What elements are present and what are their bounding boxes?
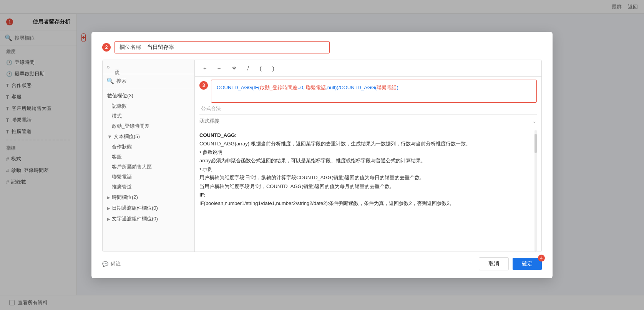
tree-item-launch-diff[interactable]: 啟動_登錄時間差	[103, 121, 194, 131]
formula-panel: + − ∗ / ( ) 3 COUNTD_AGG(IF(啟動_登錄時間差=0, …	[195, 60, 541, 252]
confirm-label: 確定	[522, 260, 533, 267]
panel-header: » 函式	[103, 60, 194, 74]
op-multiply[interactable]: ∗	[229, 64, 239, 72]
step2-badge: 2	[102, 43, 111, 52]
def-bullet2: • 示例	[199, 166, 212, 172]
scrollbar-track	[534, 130, 537, 252]
expand-icon[interactable]: »	[106, 63, 110, 70]
tree-category-num: 數值欄位(3)	[103, 90, 194, 101]
def-example2: 当用户横轴为维度字段'月'时，COUNTD_AGG(销量)返回的值为每月的销量的…	[199, 183, 395, 189]
field-name-box: 欄位名稱	[115, 41, 330, 53]
collapse-icon: ▶	[107, 195, 110, 200]
formula-field1: 啟動_登錄時間差	[260, 85, 297, 90]
step3-badge: 3	[199, 81, 208, 90]
op-divide[interactable]: /	[245, 64, 251, 72]
def-content2: array必须为非聚合函数公式返回的结果，可以是某指标字段、维度或指标字段与普通…	[199, 158, 426, 163]
tree-item-coop[interactable]: 合作狀態	[103, 142, 194, 152]
collapse-icon: ▶	[107, 217, 110, 221]
tree-category-time-label: 時間欄位(2)	[112, 194, 138, 201]
field-list-panel: » 函式 🔍 數值欄位(3) 記錄數 模式 啟動_登錄時間差 ▼ 文本欄位(5)…	[103, 60, 195, 252]
field-name-label: 欄位名稱	[120, 44, 141, 51]
definition-header: 函式釋義 ⌄	[199, 115, 537, 128]
op-minus[interactable]: −	[215, 64, 223, 72]
footer-note: 💬 備註	[102, 260, 121, 267]
field-list-search-input[interactable]	[116, 78, 191, 84]
field-search-row: 🔍	[103, 74, 194, 88]
note-label: 備註	[111, 260, 121, 267]
footer-buttons: 取消 確定 4	[479, 257, 542, 270]
operator-bar: + − ∗ / ( )	[195, 60, 541, 77]
definition-title: 函式釋義	[199, 118, 219, 125]
step4-badge: 4	[538, 255, 545, 262]
scrollbar-thumb[interactable]	[534, 134, 537, 153]
op-rparen[interactable]: )	[270, 64, 277, 72]
formula-editor[interactable]: COUNTD_AGG(IF(啟動_登錄時間差=0, 聯繫電話,null))/CO…	[211, 80, 537, 103]
def-title-countd: COUNTD_AGG:	[199, 132, 237, 138]
tree-item-record-count[interactable]: 記錄數	[103, 101, 194, 111]
def-title-if: IF:	[199, 192, 206, 198]
formula-part2: =0,	[297, 85, 306, 90]
formula-part1: COUNTD_AGG(IF(	[217, 85, 260, 90]
tree-item-mode[interactable]: 模式	[103, 111, 194, 121]
note-icon: 💬	[102, 261, 108, 267]
op-lparen[interactable]: (	[257, 64, 264, 72]
tree-category-text: ▼ 文本欄位(5)	[103, 131, 194, 142]
search-icon: 🔍	[106, 77, 114, 85]
confirm-button[interactable]: 確定 4	[513, 258, 542, 270]
collapse-icon: ▼	[107, 134, 112, 140]
def-bullet1: • 參数说明	[199, 149, 222, 155]
cancel-button[interactable]: 取消	[479, 257, 509, 270]
tree-category-date-filter-label: 日期過濾組件欄位(0)	[112, 205, 158, 212]
formula-text: COUNTD_AGG(IF(啟動_登錄時間差=0, 聯繫電話,null))/CO…	[217, 85, 398, 90]
tree-item-cs[interactable]: 客服	[103, 152, 194, 162]
definition-content: COUNTD_AGG: COUNTD_AGG(array):根据当前分析维度，返…	[199, 128, 537, 213]
field-name-row: 2 欄位名稱	[102, 41, 542, 53]
field-name-input[interactable]	[147, 44, 325, 50]
tree-item-contact[interactable]: 聯繫電話	[103, 172, 194, 182]
tree-item-promo[interactable]: 推廣管道	[103, 182, 194, 192]
tree-category-text-filter[interactable]: ▶ 文字過濾組件欄位(0)	[103, 213, 194, 224]
tree-category-date-filter[interactable]: ▶ 日期過濾組件欄位(0)	[103, 203, 194, 213]
definition-area: 函式釋義 ⌄ COUNTD_AGG: COUNTD_AGG(array):根据当…	[199, 114, 537, 252]
formula-part4: )	[397, 85, 398, 90]
def-example1: 用户横轴为维度字段'日'时，纵轴的计算字段COUNTD_AGG(销量)返回的值为…	[199, 175, 425, 180]
definition-toggle-icon[interactable]: ⌄	[532, 118, 537, 124]
def-content1: COUNTD_AGG(array):根据当前分析维度，返回某字段的去重计数，生成…	[199, 141, 471, 147]
op-plus[interactable]: +	[201, 64, 209, 72]
tree-category-text-filter-label: 文字過濾組件欄位(0)	[112, 215, 158, 222]
formula-editor-modal: 2 欄位名稱 » 函式 🔍 數值欄位(3) 記錄數 模式 啟動_登錄時間差	[91, 32, 553, 278]
collapse-icon: ▶	[107, 206, 110, 210]
tree-category-time[interactable]: ▶ 時間欄位(2)	[103, 192, 194, 203]
tree-item-sales-region[interactable]: 客戶所屬銷售大區	[103, 162, 194, 172]
modal-body: » 函式 🔍 數值欄位(3) 記錄數 模式 啟動_登錄時間差 ▼ 文本欄位(5)…	[102, 60, 542, 252]
formula-status: 公式合法	[195, 103, 541, 114]
formula-field2: 聯繫電話	[306, 85, 326, 90]
field-tree: 數值欄位(3) 記錄數 模式 啟動_登錄時間差 ▼ 文本欄位(5) 合作狀態 客…	[103, 88, 194, 252]
formula-part3: ,null))/COUNTD_AGG(	[326, 85, 377, 90]
functions-label: 函式	[112, 63, 122, 71]
modal-footer: 💬 備註 取消 確定 4	[102, 252, 542, 270]
def-content3: IF(boolean,number1/string1/date1,number2…	[199, 200, 455, 206]
tree-category-text-label: 文本欄位(5)	[114, 133, 140, 140]
formula-field3: 聯繫電話	[377, 85, 397, 90]
